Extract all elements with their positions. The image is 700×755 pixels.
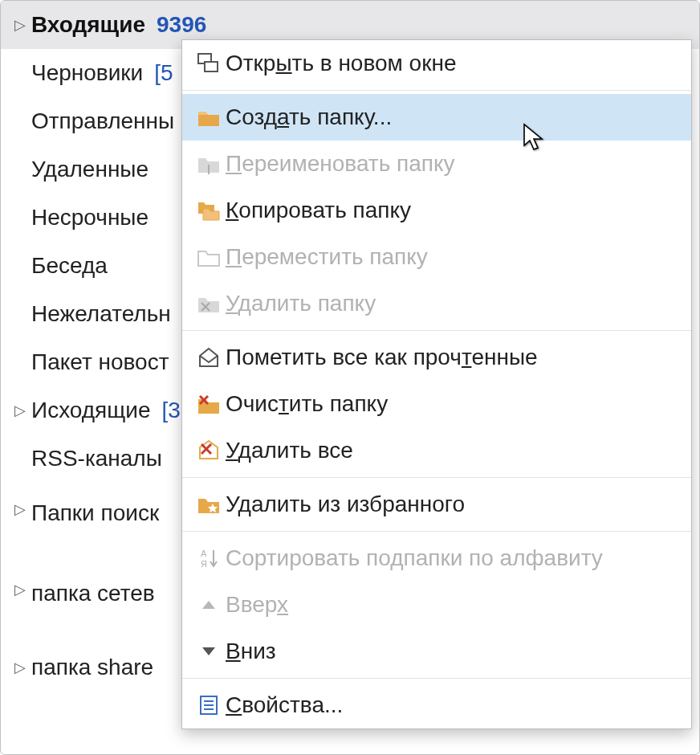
folder-rename-icon <box>192 153 226 174</box>
menu-separator <box>182 330 691 331</box>
menu-move-folder: Переместить папку <box>182 234 691 280</box>
folder-star-icon <box>192 494 226 515</box>
folder-name: Исходящие <box>31 398 151 423</box>
folder-name: RSS-каналы <box>31 446 162 471</box>
menu-label: Удалить из избранного <box>226 492 680 517</box>
menu-label: Удалить все <box>226 438 680 463</box>
menu-remove-favorite[interactable]: Удалить из избранного <box>182 481 691 528</box>
expand-triangle-icon[interactable]: ▷ <box>9 581 31 598</box>
menu-label: Очистить папку <box>226 391 680 417</box>
menu-separator <box>182 678 691 679</box>
menu-label: Пометить все как прочтенные <box>226 345 680 370</box>
folder-copy-icon <box>192 199 226 222</box>
menu-properties[interactable]: Свойства... <box>182 682 691 728</box>
menu-label: Создать папку... <box>226 104 680 130</box>
folder-count: 9396 <box>157 12 206 38</box>
menu-sort-subfolders: А Я Сортировать подпапки по алфавиту <box>182 535 691 582</box>
svg-text:А: А <box>201 549 207 558</box>
folder-name: Входящие <box>31 12 145 38</box>
menu-create-folder[interactable]: Создать папку... <box>182 94 691 141</box>
menu-label: Вниз <box>226 639 680 664</box>
envelope-delete-icon <box>192 439 226 462</box>
expand-triangle-icon[interactable]: ▷ <box>9 659 31 676</box>
expand-triangle-icon[interactable]: ▷ <box>9 16 31 34</box>
svg-rect-2 <box>208 165 210 174</box>
expand-triangle-icon[interactable]: ▷ <box>9 402 31 419</box>
menu-copy-folder[interactable]: Копировать папку <box>182 187 691 234</box>
folder-delete-icon <box>192 293 226 314</box>
context-menu: Открыть в новом окне Создать папку... Пе… <box>181 39 692 729</box>
folder-icon <box>192 107 226 128</box>
menu-separator <box>182 90 691 91</box>
menu-move-down[interactable]: Вниз <box>182 628 691 675</box>
folder-name: Пакет новост <box>31 349 169 375</box>
folder-count: [3 <box>162 398 181 423</box>
folder-name: Папки поиск <box>31 500 159 526</box>
envelope-open-icon <box>192 346 226 369</box>
menu-label: Вверх <box>226 592 680 618</box>
folder-name: папка share <box>31 655 153 680</box>
folder-count: [5 <box>154 60 173 86</box>
open-new-window-icon <box>192 52 226 75</box>
folder-name: Черновики <box>31 60 143 86</box>
folder-name: Несрочные <box>31 205 149 231</box>
folder-clean-icon <box>192 393 226 415</box>
menu-rename-folder: Переименовать папку <box>182 141 691 187</box>
properties-icon <box>192 694 226 716</box>
folder-name: Удаленные <box>31 157 149 182</box>
menu-label: Копировать папку <box>226 198 680 223</box>
menu-label: Открыть в новом окне <box>226 51 680 76</box>
menu-separator <box>182 477 691 478</box>
triangle-down-icon <box>192 644 226 659</box>
triangle-up-icon <box>192 598 226 612</box>
menu-label: Переименовать папку <box>226 151 680 177</box>
menu-label: Свойства... <box>226 692 680 718</box>
menu-delete-folder: Удалить папку <box>182 280 691 327</box>
folder-name: Нежелательн <box>31 301 171 327</box>
menu-open-new-window[interactable]: Открыть в новом окне <box>182 40 691 87</box>
svg-rect-1 <box>205 62 218 71</box>
menu-label: Удалить папку <box>226 291 680 316</box>
svg-text:Я: Я <box>201 559 207 569</box>
menu-clean-folder[interactable]: Очистить папку <box>182 381 691 427</box>
menu-label: Сортировать подпапки по алфавиту <box>226 545 680 571</box>
menu-mark-read[interactable]: Пометить все как прочтенные <box>182 334 691 381</box>
folder-name: Беседа <box>31 253 108 279</box>
menu-delete-all[interactable]: Удалить все <box>182 427 691 474</box>
expand-triangle-icon[interactable]: ▷ <box>9 500 31 518</box>
folder-name: папка сетев <box>31 581 155 606</box>
folder-move-icon <box>192 247 226 267</box>
sort-az-icon: А Я <box>192 547 226 569</box>
menu-label: Переместить папку <box>226 244 680 270</box>
folder-name: Отправленны <box>31 108 174 134</box>
menu-separator <box>182 531 691 532</box>
menu-move-up: Вверх <box>182 582 691 628</box>
